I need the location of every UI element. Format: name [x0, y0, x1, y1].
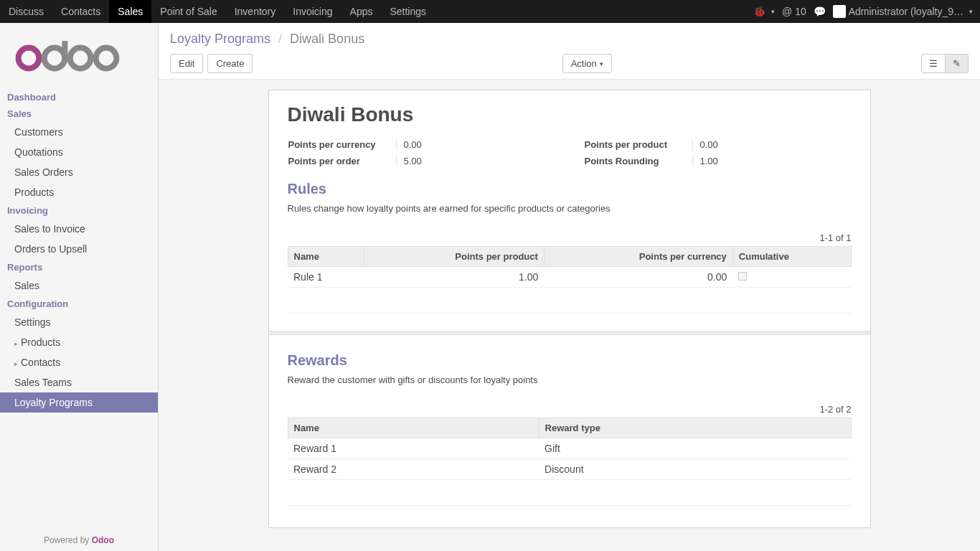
top-nav-left: DiscussContactsSalesPoint of SaleInvento…	[0, 0, 435, 23]
form-scroll[interactable]: Diwali Bonus Points per currency0.00Poin…	[159, 80, 980, 551]
col-header[interactable]: Points per currency	[544, 247, 732, 267]
menu-header-reports[interactable]: Reports	[0, 259, 158, 276]
sidebar-item-orders-to-upsell[interactable]: Orders to Upsell	[0, 239, 158, 259]
nav-inventory[interactable]: Inventory	[226, 0, 285, 23]
cell-ppc: 0.00	[544, 267, 732, 288]
rules-desc: Rules change how loyalty points are earn…	[288, 203, 852, 214]
field-value: 0.00	[396, 139, 555, 150]
form-view-button[interactable]: ✎	[946, 54, 969, 73]
col-header[interactable]: Name	[288, 418, 539, 438]
col-header[interactable]: Points per product	[364, 247, 545, 267]
field-row: Points per product0.00	[584, 139, 852, 150]
user-menu[interactable]: Administrator (loyalty_9…	[833, 5, 973, 18]
rewards-title: Rewards	[288, 352, 852, 369]
sidebar-item-sales[interactable]: Sales	[0, 276, 158, 296]
list-icon: ☰	[929, 58, 938, 69]
sidebar-item-products[interactable]: Products	[0, 332, 158, 352]
breadcrumb-parent[interactable]: Loyalty Programs	[170, 32, 270, 46]
checkbox-icon	[738, 272, 747, 281]
field-row: Points Rounding1.00	[584, 156, 852, 166]
cell-name: Reward 1	[288, 438, 539, 459]
sidebar-item-contacts[interactable]: Contacts	[0, 352, 158, 372]
sidebar: DashboardSalesCustomersQuotationsSales O…	[0, 23, 158, 551]
toolbar: Edit Create Action ▾ ☰ ✎	[170, 54, 969, 79]
rewards-desc: Reward the customer with gifts or discou…	[288, 375, 852, 385]
svg-point-3	[96, 48, 117, 69]
content: Loyalty Programs / Diwali Bonus Edit Cre…	[158, 23, 980, 551]
nav-contacts[interactable]: Contacts	[52, 0, 109, 23]
sidebar-item-quotations[interactable]: Quotations	[0, 142, 158, 162]
action-dropdown[interactable]: Action ▾	[562, 54, 612, 73]
menu-header-dashboard[interactable]: Dashboard	[0, 89, 158, 105]
list-view-button[interactable]: ☰	[921, 54, 946, 73]
field-label: Points per currency	[288, 139, 396, 150]
fields-grid: Points per currency0.00Points per order5…	[288, 139, 852, 166]
bug-icon[interactable]: 🐞	[753, 6, 775, 17]
rewards-table: NameReward type Reward 1GiftReward 2Disc…	[288, 418, 852, 480]
nav-discuss[interactable]: Discuss	[0, 0, 52, 23]
sidebar-item-loyalty-programs[interactable]: Loyalty Programs	[0, 392, 158, 413]
nav-point-of-sale[interactable]: Point of Sale	[151, 0, 225, 23]
nav-apps[interactable]: Apps	[341, 0, 382, 23]
edit-button[interactable]: Edit	[170, 54, 203, 73]
nav-invoicing[interactable]: Invoicing	[284, 0, 341, 23]
messages-icon[interactable]: 💬	[814, 6, 826, 17]
field-value: 1.00	[692, 156, 852, 166]
notification-badge[interactable]: @ 10	[782, 6, 806, 17]
nav-sales[interactable]: Sales	[109, 0, 151, 23]
section-divider	[269, 331, 870, 335]
field-value: 0.00	[692, 139, 852, 150]
cell-type: Gift	[539, 438, 851, 459]
user-label: Administrator (loyalty_9…	[849, 6, 963, 17]
svg-point-0	[19, 48, 39, 69]
cell-cumulative	[732, 267, 851, 288]
field-row: Points per currency0.00	[288, 139, 555, 150]
rules-title: Rules	[288, 181, 852, 197]
field-row: Points per order5.00	[288, 156, 555, 166]
cell-type: Discount	[539, 459, 851, 480]
top-nav-right: 🐞 @ 10 💬 Administrator (loyalty_9…	[753, 5, 980, 18]
rules-table: NamePoints per productPoints per currenc…	[288, 246, 852, 288]
rules-pager[interactable]: 1-1 of 1	[288, 232, 852, 243]
form-sheet: Diwali Bonus Points per currency0.00Poin…	[268, 90, 871, 528]
field-label: Points per product	[585, 139, 692, 150]
content-header: Loyalty Programs / Diwali Bonus Edit Cre…	[159, 23, 980, 80]
sidebar-item-sales-to-invoice[interactable]: Sales to Invoice	[0, 219, 158, 239]
field-value: 5.00	[396, 156, 555, 166]
table-row[interactable]: Reward 1Gift	[288, 438, 851, 459]
table-row[interactable]: Reward 2Discount	[288, 459, 851, 480]
breadcrumb-sep: /	[278, 32, 282, 46]
col-header[interactable]: Name	[288, 247, 364, 267]
field-label: Points Rounding	[585, 156, 692, 166]
footer-brand-link[interactable]: Odoo	[92, 535, 114, 545]
svg-point-1	[44, 48, 65, 69]
sidebar-item-sales-teams[interactable]: Sales Teams	[0, 372, 158, 392]
logo[interactable]	[0, 30, 158, 89]
top-nav: DiscussContactsSalesPoint of SaleInvento…	[0, 0, 980, 23]
breadcrumb: Loyalty Programs / Diwali Bonus	[170, 32, 969, 47]
view-switcher: ☰ ✎	[921, 54, 969, 73]
field-label: Points per order	[288, 156, 396, 166]
sidebar-footer: Powered by Odoo	[0, 529, 158, 551]
menu-header-sales[interactable]: Sales	[0, 105, 158, 122]
rewards-pager[interactable]: 1-2 of 2	[288, 404, 852, 415]
menu-header-configuration[interactable]: Configuration	[0, 296, 158, 312]
svg-point-2	[70, 48, 91, 69]
cell-name: Rule 1	[288, 267, 364, 288]
nav-settings[interactable]: Settings	[381, 0, 435, 23]
avatar	[833, 5, 846, 18]
sidebar-item-customers[interactable]: Customers	[0, 122, 158, 142]
table-row[interactable]: Rule 11.000.00	[288, 267, 851, 288]
sidebar-item-sales-orders[interactable]: Sales Orders	[0, 162, 158, 182]
create-button[interactable]: Create	[207, 54, 253, 73]
cell-ppp: 1.00	[364, 267, 545, 288]
page-title: Diwali Bonus	[288, 103, 852, 126]
col-header[interactable]: Reward type	[539, 418, 851, 438]
col-header[interactable]: Cumulative	[732, 247, 851, 267]
sidebar-item-products[interactable]: Products	[0, 182, 158, 202]
sidebar-item-settings[interactable]: Settings	[0, 312, 158, 332]
edit-icon: ✎	[953, 58, 961, 69]
cell-name: Reward 2	[288, 459, 539, 480]
menu-header-invoicing[interactable]: Invoicing	[0, 202, 158, 219]
breadcrumb-current: Diwali Bonus	[290, 32, 364, 46]
